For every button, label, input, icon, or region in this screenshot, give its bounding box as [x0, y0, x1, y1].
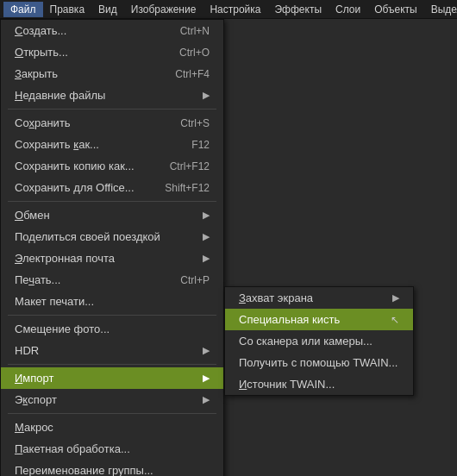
- menu-file[interactable]: Файл: [3, 2, 43, 17]
- menu-item-export[interactable]: Экспорт ▶: [1, 389, 223, 410]
- import-scanner-camera[interactable]: Со сканера или камеры...: [225, 330, 413, 352]
- import-capture-screen[interactable]: Захват экрана ▶: [225, 287, 413, 309]
- separator-3: [8, 315, 216, 316]
- menu-item-rename-group[interactable]: Переименование группы...: [1, 460, 223, 476]
- menu-item-save[interactable]: Сохранить Ctrl+S: [1, 112, 223, 134]
- separator-5: [8, 413, 216, 414]
- menu-item-save-copy[interactable]: Сохранить копию как... Ctrl+F12: [1, 155, 223, 177]
- menu-item-save-as[interactable]: Сохранить как... F12: [1, 134, 223, 155]
- menu-item-batch[interactable]: Пакетная обработка...: [1, 438, 223, 460]
- import-twain-get[interactable]: Получить с помощью TWAIN...: [225, 352, 413, 373]
- menu-effects[interactable]: Эффекты: [267, 2, 329, 17]
- menu-image[interactable]: Изображение: [124, 2, 203, 17]
- cursor-icon: ↖: [391, 314, 399, 326]
- file-menu: Создать... Ctrl+N Открыть... Ctrl+O Закр…: [0, 19, 224, 476]
- menu-bar: Файл Правка Вид Изображение Настройка Эф…: [0, 0, 457, 19]
- menu-layers[interactable]: Слои: [329, 2, 367, 17]
- menu-item-save-office[interactable]: Сохранить для Office... Shift+F12: [1, 177, 223, 198]
- menu-item-import[interactable]: Импорт ▶: [1, 367, 223, 389]
- menu-item-email[interactable]: Электронная почта ▶: [1, 247, 223, 269]
- menu-item-open[interactable]: Открыть... Ctrl+O: [1, 41, 223, 63]
- import-special-brush[interactable]: Специальная кисть ↖: [225, 309, 413, 330]
- import-twain-source[interactable]: Источник TWAIN...: [225, 373, 413, 395]
- menu-view[interactable]: Вид: [91, 2, 124, 17]
- menu-item-share[interactable]: Поделиться своей поездкой ▶: [1, 226, 223, 247]
- menu-item-print-layout[interactable]: Макет печати...: [1, 291, 223, 312]
- menu-item-new[interactable]: Создать... Ctrl+N: [1, 20, 223, 41]
- menu-item-recent[interactable]: Недавние файлы ▶: [1, 85, 223, 106]
- separator-2: [8, 201, 216, 202]
- menu-item-macro[interactable]: Макрос: [1, 416, 223, 438]
- menu-settings[interactable]: Настройка: [203, 2, 267, 17]
- menu-item-photo-shift[interactable]: Смещение фото...: [1, 318, 223, 340]
- separator-4: [8, 364, 216, 365]
- menu-item-hdr[interactable]: HDR ▶: [1, 340, 223, 361]
- menu-item-print[interactable]: Печать... Ctrl+P: [1, 269, 223, 291]
- menu-item-exchange[interactable]: Обмен ▶: [1, 204, 223, 226]
- import-submenu: Захват экрана ▶ Специальная кисть ↖ Со с…: [224, 286, 414, 396]
- separator-1: [8, 109, 216, 110]
- menu-item-close[interactable]: Закрыть Ctrl+F4: [1, 63, 223, 85]
- file-dropdown: Создать... Ctrl+N Открыть... Ctrl+O Закр…: [0, 19, 224, 476]
- menu-objects[interactable]: Объекты: [367, 2, 424, 17]
- menu-edit[interactable]: Правка: [43, 2, 92, 17]
- menu-selection[interactable]: Выделени...: [424, 2, 457, 17]
